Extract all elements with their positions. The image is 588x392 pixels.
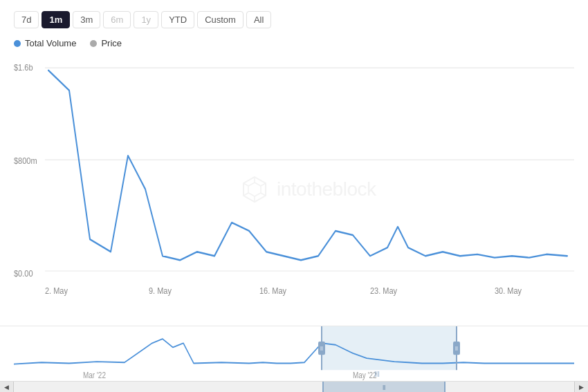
svg-text:23. May: 23. May <box>370 286 398 296</box>
btn-ytd[interactable]: YTD <box>161 11 194 28</box>
btn-7d[interactable]: 7d <box>14 11 39 28</box>
svg-text:16. May: 16. May <box>259 286 287 296</box>
scrollbar-right-arrow[interactable]: ▶ <box>574 382 588 393</box>
time-range-bar: 7d 1m 3m 6m 1y YTD Custom All <box>14 11 574 28</box>
svg-text:II: II <box>320 346 323 353</box>
svg-text:2. May: 2. May <box>45 286 68 296</box>
mini-chart-container: Mar '22 May '22 II II III <box>0 326 588 381</box>
btn-1y: 1y <box>134 11 158 28</box>
main-container: 7d 1m 3m 6m 1y YTD Custom All Total Volu… <box>0 0 588 392</box>
scrollbar-inner: ||| <box>14 382 574 392</box>
main-chart-area: intotheblock $1.6b $800m $0.00 2. May 9.… <box>14 55 574 323</box>
btn-1m[interactable]: 1m <box>42 11 70 28</box>
svg-text:$0.00: $0.00 <box>14 268 33 279</box>
btn-all[interactable]: All <box>246 11 271 28</box>
btn-6m: 6m <box>103 11 131 28</box>
svg-text:Mar '22: Mar '22 <box>83 371 106 380</box>
chart-legend: Total Volume Price <box>14 38 574 48</box>
svg-text:30. May: 30. May <box>495 286 522 296</box>
mini-chart-svg: Mar '22 May '22 II II III <box>14 326 574 381</box>
scrollbar-thumb[interactable]: ||| <box>322 382 445 392</box>
svg-text:$1.6b: $1.6b <box>14 62 33 73</box>
svg-text:9. May: 9. May <box>149 286 172 296</box>
svg-text:III: III <box>374 370 379 378</box>
legend-dot-volume <box>14 40 21 47</box>
btn-3m[interactable]: 3m <box>73 11 100 28</box>
legend-price: Price <box>90 38 122 48</box>
btn-custom[interactable]: Custom <box>197 11 244 28</box>
svg-text:May '22: May '22 <box>353 371 377 380</box>
legend-dot-price <box>90 40 97 47</box>
legend-volume: Total Volume <box>14 38 76 48</box>
svg-text:$800m: $800m <box>14 156 37 166</box>
scrollbar-track: ◀ ||| ▶ <box>0 381 588 392</box>
scrollbar-left-arrow[interactable]: ◀ <box>0 382 14 393</box>
legend-label-price: Price <box>101 38 122 48</box>
legend-label-volume: Total Volume <box>25 38 76 48</box>
main-chart-svg: $1.6b $800m $0.00 2. May 9. May 16. May … <box>14 55 574 323</box>
svg-text:II: II <box>455 346 458 353</box>
scrollbar-handle-icon: ||| <box>383 384 385 390</box>
